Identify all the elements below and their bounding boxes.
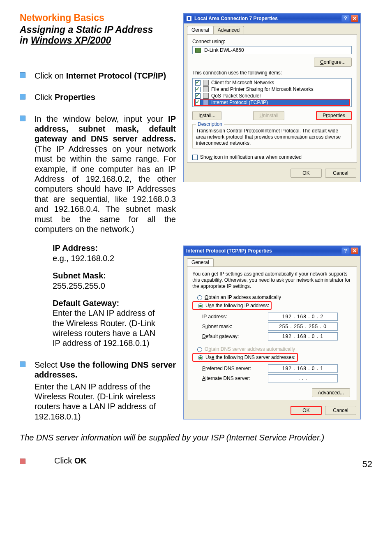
cancel-button[interactable]: Cancel (325, 406, 356, 415)
gateway-label: Default gateway: (202, 334, 268, 339)
protocol-icon (203, 100, 209, 105)
window-title: Local Area Connection 7 Properties (194, 16, 278, 21)
page-number: 52 (362, 459, 372, 470)
dns-bullet-text: Select Use the following DNS server addr… (35, 360, 176, 380)
description-text: Transmission Control Protocol/Internet P… (196, 128, 348, 146)
b2-bold: Properties (55, 93, 95, 102)
close-button[interactable]: ✕ (350, 247, 359, 255)
item4-label: Internet Protocol (TCP/IP) (211, 100, 268, 105)
items-list[interactable]: Client for Microsoft Networks File and P… (192, 78, 352, 107)
checkbox-icon[interactable] (195, 80, 201, 86)
bullet-icon (20, 459, 25, 464)
nic-icon (195, 48, 201, 53)
lan-properties-dialog: Local Area Connection 7 Properties ? ✕ G… (183, 13, 361, 182)
click-ok-bold: OK (74, 456, 87, 465)
bullet-icon (20, 94, 25, 100)
client-icon (203, 80, 209, 86)
radio-use-dns[interactable]: Use the following DNS server addresses: (192, 353, 298, 362)
b1-pre: Click on (35, 71, 66, 80)
b3-rest: (The IP Addresses on your network must b… (35, 144, 176, 234)
list-item[interactable]: File and Printer Sharing for Microsoft N… (194, 86, 350, 93)
description-group: Description Transmission Control Protoco… (192, 124, 352, 148)
radio-use-ip[interactable]: Use the following IP address: (192, 301, 272, 310)
tab-general[interactable]: General (187, 26, 214, 34)
configure-button[interactable]: Configure... (314, 58, 352, 67)
item2-label: File and Printer Sharing for Microsoft N… (211, 86, 314, 92)
pref-dns-label: Preferred DNS server: (202, 366, 268, 371)
service-icon (203, 93, 209, 99)
bullet-icon (20, 361, 25, 367)
properties-button[interactable]: Properties (316, 111, 352, 120)
list-item-tcpip[interactable]: Internet Protocol (TCP/IP) (194, 99, 350, 106)
list-item[interactable]: Client for Microsoft Networks (194, 79, 350, 86)
page-subtitle: Assigning a Static IP Address in Windows… (20, 24, 176, 46)
b2-pre: Click (35, 93, 55, 102)
subtitle-line2-underlined: Windows XP/2000 (31, 35, 111, 46)
radio-icon[interactable] (198, 303, 203, 308)
titlebar[interactable]: Local Area Connection 7 Properties ? ✕ (184, 14, 360, 23)
alternate-dns-input[interactable]: . . . (268, 374, 338, 382)
help-button[interactable]: ? (341, 15, 350, 22)
show-icon-checkbox[interactable] (192, 155, 198, 160)
window-icon (186, 16, 192, 21)
click-ok-pre: Click (54, 456, 74, 465)
help-button[interactable]: ? (341, 247, 350, 255)
description-title: Description (196, 121, 224, 127)
install-button[interactable]: Install... (192, 111, 221, 120)
ok-button[interactable]: OK (291, 169, 322, 178)
ip-address-input[interactable]: 192 . 168 . 0 . 2 (268, 313, 338, 321)
titlebar[interactable]: Internet Protocol (TCP/IP) Properties ? … (184, 246, 360, 256)
subnet-mask-input[interactable]: 255 . 255 . 255 . 0 (268, 322, 338, 331)
subtitle-line1: Assigning a Static IP Address (20, 24, 153, 35)
items-label: This connection uses the following items… (192, 70, 352, 76)
subnet-mask-label: Subnet Mask: (53, 271, 106, 280)
subnet-label: Subnet mask: (202, 324, 268, 329)
tcpip-intro: You can get IP settings assigned automat… (192, 271, 352, 290)
click-ok-text: Click OK (54, 456, 87, 466)
bullet-icon (20, 116, 25, 121)
dns-footer-note: The DNS server information will be suppl… (20, 433, 372, 442)
radio-obtain-dns: Obtain DNS server address automatically (192, 345, 352, 353)
tab-general[interactable]: General (187, 258, 214, 266)
advanced-button[interactable]: Advanced... (312, 388, 350, 397)
ip-address-example: e.g., 192.168.0.2 (53, 253, 176, 263)
subnet-mask-value: 255.255.255.0 (53, 281, 176, 291)
adapter-field[interactable]: D-Link DWL-A650 (192, 46, 352, 54)
ok-button[interactable]: OK (291, 406, 322, 415)
checkbox-icon[interactable] (195, 100, 201, 105)
tcpip-properties-dialog: Internet Protocol (TCP/IP) Properties ? … (183, 246, 361, 419)
radio-icon (197, 347, 202, 352)
default-gateway-label: Default Gateway: (53, 299, 119, 308)
uninstall-button: Uninstall (253, 111, 284, 120)
checkbox-icon[interactable] (195, 87, 201, 92)
list-item[interactable]: QoS Packet Scheduler (194, 93, 350, 99)
dns-subtext: Enter the LAN IP address of the Wireless… (35, 382, 158, 422)
bullet-icon (20, 72, 25, 78)
preferred-dns-input[interactable]: 192 . 168 . 0 . 1 (268, 364, 338, 373)
window-title: Internet Protocol (TCP/IP) Properties (186, 248, 272, 254)
checkbox-icon[interactable] (195, 93, 201, 99)
cancel-button[interactable]: Cancel (325, 169, 356, 178)
tab-advanced[interactable]: Advanced (213, 26, 244, 34)
ip-label: IP address: (202, 314, 268, 320)
b1-bold: Internet Protocol (TCP/IP) (66, 71, 166, 80)
dns-pre: Select (35, 360, 60, 369)
default-gateway-input[interactable]: 192 . 168 . 0 . 1 (268, 332, 338, 341)
adapter-name: D-Link DWL-A650 (204, 47, 244, 53)
subtitle-line2-prefix: in (20, 35, 31, 46)
connect-using-label: Connect using: (192, 39, 352, 44)
bullet-text-1: Click on Internet Protocol (TCP/IP) (35, 71, 176, 81)
bullet-text-2: Click Properties (35, 92, 176, 102)
page-heading: Networking Basics (20, 12, 176, 23)
default-gateway-text: Enter the LAN IP address of the Wireless… (53, 308, 159, 348)
configure-label-rest: onfigure... (324, 59, 346, 65)
service-icon (203, 86, 209, 92)
radio-icon[interactable] (198, 355, 203, 360)
ip-address-label: IP Address: (53, 243, 98, 253)
bullet-text-3: In the window below, input your IP addre… (35, 114, 176, 234)
item3-label: QoS Packet Scheduler (211, 93, 261, 99)
radio-obtain-ip[interactable]: Obtain an IP address automatically (192, 294, 352, 301)
close-button[interactable]: ✕ (350, 15, 359, 22)
radio-icon[interactable] (197, 295, 202, 300)
item1-label: Client for Microsoft Networks (211, 80, 274, 86)
